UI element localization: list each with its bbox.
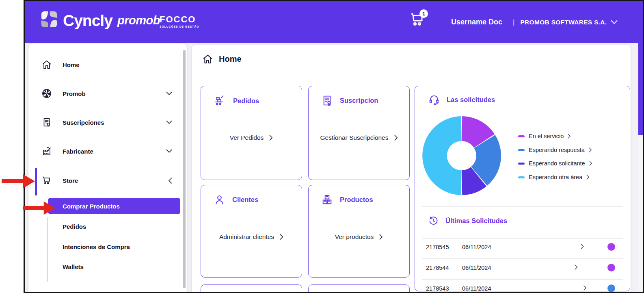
divider xyxy=(422,258,623,259)
home-icon xyxy=(202,54,213,65)
chevron-right-icon xyxy=(379,234,383,240)
request-id: 2178544 xyxy=(426,265,449,271)
card-partial-left xyxy=(201,284,302,293)
headset-icon xyxy=(428,93,440,106)
chevron-down-icon xyxy=(166,91,172,95)
gestionar-suscripciones-link[interactable]: Gestionar Suscripciones xyxy=(309,134,409,141)
administrar-clientes-link[interactable]: Administrar clientes xyxy=(201,233,302,241)
cyncly-logo-icon xyxy=(39,10,59,29)
card-pedidos: Pedidos Ver Pedidos xyxy=(201,86,302,180)
promob-wheel-icon xyxy=(41,88,52,99)
legend-esperando-otra-area[interactable]: Esperando otra área xyxy=(518,173,590,182)
brand-cyncly: Cyncly xyxy=(63,12,112,30)
card-productos: Productos Ver productos xyxy=(308,185,410,278)
chevron-left-icon xyxy=(168,178,172,184)
subscription-doc-icon xyxy=(321,94,333,107)
sidebar-item-store[interactable]: Store xyxy=(28,174,187,187)
sidebar-subitem-comprar-productos[interactable]: Comprar Productos xyxy=(48,198,180,214)
ver-pedidos-link[interactable]: Ver Pedidos xyxy=(201,134,302,141)
request-date: 06/11/2024 xyxy=(462,265,491,271)
sidebar: Home Promob xyxy=(28,43,187,292)
main-content: Home Pedidos Ver Pedidos xyxy=(192,45,631,293)
sidebar-item-promob[interactable]: Promob xyxy=(28,87,187,100)
chevron-right-icon xyxy=(269,135,273,141)
username-label[interactable]: Username Doc xyxy=(451,18,502,26)
chevron-right-icon xyxy=(581,244,584,249)
page-scrollbar-thumb[interactable] xyxy=(638,43,643,135)
orders-cart-icon xyxy=(213,94,227,108)
request-date: 06/11/2024 xyxy=(462,285,491,292)
sidebar-item-fabricante[interactable]: Fabricante xyxy=(28,145,187,158)
legend-swatch xyxy=(518,163,525,165)
sidebar-subitem-intenciones-de-compra[interactable]: Intenciones de Compra xyxy=(28,240,187,253)
legend-swatch xyxy=(518,135,525,137)
ver-productos-link[interactable]: Ver productos xyxy=(309,233,409,241)
legend-en-el-servicio[interactable]: En el servicio xyxy=(518,132,571,141)
status-dot xyxy=(607,264,615,271)
request-row[interactable]: 2178545 06/11/2024 xyxy=(415,239,630,256)
brand-focco: FOCCO SOLUÇÕES DE GESTÃO xyxy=(160,14,199,28)
divider xyxy=(422,206,623,207)
card-clientes: Clientes Administrar clientes xyxy=(201,185,302,278)
legend-swatch xyxy=(518,149,525,151)
legend-esperando-respuesta[interactable]: Esperando respuesta xyxy=(518,145,592,154)
sidebar-item-home[interactable]: Home xyxy=(28,58,187,71)
sidebar-subitem-wallets[interactable]: Wallets xyxy=(28,260,187,273)
page-title: Home xyxy=(202,54,242,65)
sidebar-subitem-pedidos[interactable]: Pedidos xyxy=(28,220,187,233)
legend-swatch xyxy=(518,176,525,178)
status-dot xyxy=(607,284,615,292)
legend-esperando-solicitante[interactable]: Esperando solicitante xyxy=(518,159,592,168)
chevron-right-icon xyxy=(583,285,587,291)
person-icon xyxy=(213,193,226,206)
header-separator: | xyxy=(513,18,514,26)
history-clock-icon xyxy=(428,215,439,226)
page-scrollbar-track[interactable] xyxy=(638,43,643,293)
card-suscripcion: Suscripcíon Gestionar Suscripciones xyxy=(308,86,410,180)
chevron-right-icon xyxy=(589,161,592,166)
chevron-right-icon xyxy=(394,135,398,141)
request-row[interactable]: 2178543 06/11/2024 xyxy=(415,280,630,293)
chevron-down-icon xyxy=(611,20,618,24)
divider xyxy=(422,279,623,280)
donut-segment-3 xyxy=(422,116,461,195)
chevron-right-icon xyxy=(586,175,590,180)
chevron-right-icon xyxy=(575,265,578,270)
subscription-doc-icon xyxy=(41,117,52,128)
request-date: 06/11/2024 xyxy=(462,244,491,250)
chevron-right-icon xyxy=(589,148,592,152)
request-id: 2178543 xyxy=(426,285,449,292)
cart-count-badge: 1 xyxy=(419,9,428,18)
top-bar: Cyncly promob FOCCO SOLUÇÕES DE GESTÃO 1… xyxy=(25,1,643,43)
status-dot xyxy=(607,243,615,251)
chevron-right-icon xyxy=(280,234,283,240)
sidebar-item-suscripciones[interactable]: Suscripciones xyxy=(28,116,187,129)
chevron-down-icon xyxy=(166,149,172,153)
brand-promob: promob xyxy=(117,14,160,27)
ultimas-solicitudes-title: Últimas Solicitudes xyxy=(428,215,507,226)
sidebar-scrollbar[interactable] xyxy=(183,50,186,288)
company-dropdown[interactable]: PROMOB SOFTWARES S.A. xyxy=(520,19,618,26)
boxes-icon xyxy=(321,193,333,206)
home-icon xyxy=(41,59,52,70)
request-row[interactable]: 2178544 06/11/2024 xyxy=(415,259,630,277)
factory-icon xyxy=(41,146,52,156)
request-id: 2178545 xyxy=(426,244,449,250)
cart-icon xyxy=(41,175,52,186)
header-cart-button[interactable]: 1 xyxy=(409,11,432,31)
solicitudes-panel: Las solicitudes En el servicio Esperando… xyxy=(415,86,630,291)
solicitudes-donut-chart xyxy=(419,113,504,198)
chevron-right-icon xyxy=(568,134,571,139)
solicitudes-title: Las solicitudes xyxy=(428,93,495,106)
card-partial-right xyxy=(308,284,410,293)
app-window: Cyncly promob FOCCO SOLUÇÕES DE GESTÃO 1… xyxy=(24,0,644,293)
chevron-down-icon xyxy=(166,120,172,124)
